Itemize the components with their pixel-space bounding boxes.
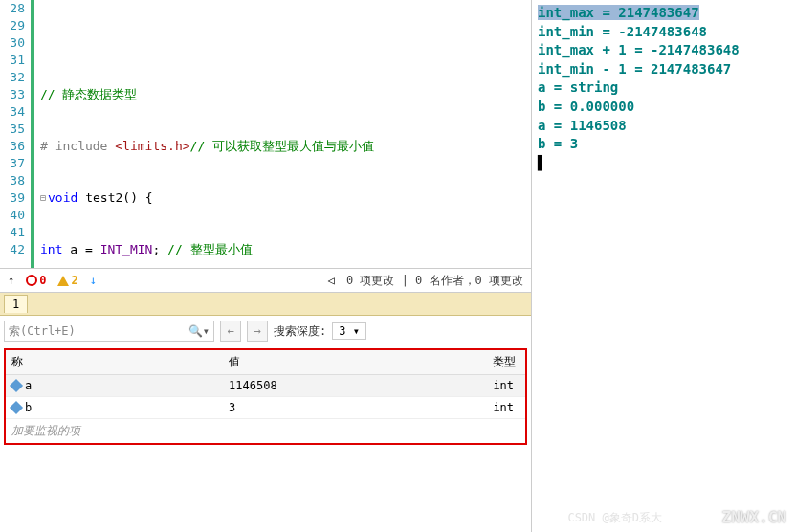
watch-row[interactable]: a 1146508 int [6, 375, 525, 397]
variable-icon [10, 401, 23, 414]
status-bar: ↑ 0 2 ↓ ◁ 0 项更改 | 0 名作者，0 项更改 [0, 268, 531, 293]
down-arrow-icon[interactable]: ↓ [90, 274, 97, 287]
watch-tab[interactable]: 1 [4, 295, 28, 313]
code-editor[interactable]: 282930313233343536373839404142 // 静态数据类型… [0, 0, 531, 268]
warning-count[interactable]: 2 [57, 274, 77, 287]
nav-fwd-button[interactable]: → [247, 321, 268, 342]
console-output: int_max = 2147483647 int_min = -21474836… [532, 0, 796, 532]
changes-label: 0 项更改 | 0 名作者，0 项更改 [346, 273, 523, 289]
watermark-csdn: CSDN @象奇D系大 [567, 510, 662, 526]
tab-bar: 1 [0, 293, 531, 316]
watch-header: 称 值 类型 [6, 350, 525, 375]
up-arrow-icon[interactable]: ↑ [8, 274, 14, 287]
variable-icon [10, 379, 23, 392]
search-input[interactable]: 索(Ctrl+E) 🔍▾ [4, 321, 214, 342]
depth-label: 搜索深度: [274, 323, 326, 340]
depth-select[interactable]: 3 ▾ [332, 322, 366, 340]
collapse-icon[interactable]: ⊟ [40, 189, 46, 207]
line-gutter: 282930313233343536373839404142 [0, 0, 34, 268]
search-icon[interactable]: 🔍▾ [188, 324, 210, 338]
error-count[interactable]: 0 [26, 274, 46, 287]
watermark: ZNWX.CN [722, 508, 786, 526]
search-bar: 索(Ctrl+E) 🔍▾ ← → 搜索深度: 3 ▾ [0, 316, 531, 346]
add-watch-item[interactable]: 加要监视的项 [6, 419, 525, 443]
nav-back-button[interactable]: ← [220, 321, 241, 342]
nav-left-icon[interactable]: ◁ [328, 274, 335, 287]
code-content[interactable]: // 静态数据类型 # include <limits.h>// 可以获取整型最… [34, 0, 531, 268]
watch-row[interactable]: b 3 int [6, 397, 525, 419]
watch-panel: 称 值 类型 a 1146508 int b 3 int 加要监视的项 [4, 348, 527, 445]
